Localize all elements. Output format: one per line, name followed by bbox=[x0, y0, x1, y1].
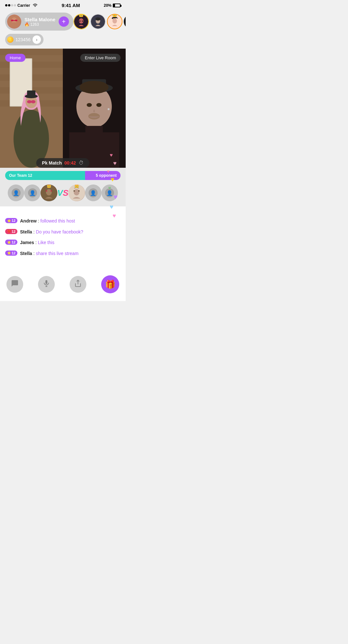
pk-timer: 00:42 bbox=[64, 160, 76, 166]
signal-dots bbox=[5, 4, 16, 6]
gift-button[interactable]: 🎁 bbox=[101, 275, 119, 293]
chat-button[interactable] bbox=[6, 276, 23, 293]
add-button[interactable]: + bbox=[59, 16, 69, 27]
player-leader-our[interactable]: 👑 bbox=[41, 185, 57, 201]
player-1[interactable]: 👤 bbox=[8, 185, 24, 201]
badge-num-4: 12 bbox=[12, 251, 15, 255]
chat-text-3: James : Like this bbox=[20, 240, 54, 246]
chat-badge-1: ⭐ 12 bbox=[5, 218, 17, 223]
pk-clock-icon: ⏱ bbox=[79, 160, 84, 166]
share-icon bbox=[74, 279, 82, 289]
chat-message-4: ⭐ 12 Stella : share this live stream bbox=[5, 251, 121, 257]
chat-link-4[interactable]: share this live stream bbox=[36, 251, 78, 256]
player-2-icon: 👤 bbox=[28, 188, 37, 197]
gift-icon: 🎁 bbox=[105, 279, 115, 289]
enter-live-room-button[interactable]: Enter Live Room bbox=[80, 54, 121, 62]
svg-rect-18 bbox=[0, 62, 63, 68]
mic-icon bbox=[43, 279, 50, 289]
battery-fill bbox=[113, 4, 115, 7]
time-display: 9:41 AM bbox=[62, 3, 80, 8]
share-button[interactable] bbox=[70, 276, 86, 293]
svg-rect-35 bbox=[82, 79, 106, 89]
signal-dot-2 bbox=[8, 4, 10, 6]
player-5[interactable]: 👤 bbox=[85, 185, 102, 201]
score-opponent-team: 5 opponent bbox=[85, 171, 121, 180]
wifi-icon bbox=[33, 3, 38, 8]
chat-section: ⭐ 12 Andrew : followed this host ❤️ 12 S… bbox=[0, 206, 126, 271]
badge-star-icon-3: ⭐ bbox=[7, 241, 11, 244]
pk-match-bar: Pk Match 00:42 ⏱ bbox=[36, 158, 89, 168]
svg-point-34 bbox=[75, 83, 113, 93]
avatar bbox=[7, 14, 21, 29]
svg-point-33 bbox=[76, 86, 112, 128]
viewer-avatar-3[interactable]: 👑 bbox=[107, 14, 122, 29]
flame-count: 1263 bbox=[30, 22, 39, 27]
chat-link-3[interactable]: Like this bbox=[38, 240, 54, 245]
close-viewers-button[interactable]: ✕ bbox=[124, 14, 126, 29]
svg-rect-16 bbox=[0, 49, 63, 168]
player-5-icon: 👤 bbox=[89, 188, 98, 197]
coin-row: 🌟 123456 › bbox=[0, 33, 126, 49]
svg-point-40 bbox=[108, 108, 110, 110]
svg-point-44 bbox=[46, 189, 52, 195]
status-bar: Carrier 9:41 AM 20% bbox=[0, 0, 126, 9]
status-left: Carrier bbox=[5, 3, 38, 8]
viewer-avatars: 👑 👑 bbox=[73, 14, 126, 29]
svg-rect-45 bbox=[46, 190, 47, 192]
viewer-avatar-2[interactable] bbox=[90, 14, 106, 29]
badge-num-1: 12 bbox=[12, 219, 15, 223]
svg-rect-51 bbox=[45, 280, 47, 284]
svg-point-5 bbox=[10, 22, 18, 27]
score-our-team: Our Team 12 bbox=[5, 171, 85, 180]
svg-rect-8 bbox=[79, 21, 81, 22]
player-leader-opponent[interactable]: 👑 bbox=[68, 185, 85, 201]
svg-rect-15 bbox=[112, 18, 113, 19]
chat-badge-2: ❤️ 12 bbox=[5, 229, 17, 234]
svg-rect-9 bbox=[82, 21, 83, 22]
crown-icon-3: 👑 bbox=[112, 14, 117, 17]
chat-user-3: James bbox=[20, 240, 34, 245]
svg-rect-49 bbox=[73, 190, 75, 192]
score-section: Our Team 12 5 opponent 👤 👤 👑 VS bbox=[0, 168, 126, 206]
player-1-icon: 👤 bbox=[12, 188, 21, 197]
svg-point-37 bbox=[87, 103, 92, 107]
chat-link-2[interactable]: Do you have facebook? bbox=[36, 229, 83, 234]
home-button[interactable]: Home bbox=[5, 54, 25, 62]
signal-dot-4 bbox=[14, 4, 16, 6]
svg-point-29 bbox=[27, 100, 32, 103]
coin-arrow-button[interactable]: › bbox=[33, 35, 41, 44]
video-right: Enter Live Room bbox=[63, 49, 126, 168]
svg-rect-19 bbox=[0, 74, 63, 81]
coin-icon: 🌟 bbox=[7, 36, 14, 43]
chat-message-2: ❤️ 12 Stella : Do you have facebook? bbox=[5, 229, 121, 235]
viewer-avatar-1[interactable]: 👑 bbox=[73, 14, 89, 29]
badge-num-3: 12 bbox=[12, 240, 15, 244]
chat-text-1: Andrew : followed this host bbox=[20, 218, 75, 224]
players-row: 👤 👤 👑 VS 👑 bbox=[5, 183, 121, 206]
svg-point-25 bbox=[23, 90, 39, 110]
profile-name: Stella Malone bbox=[24, 17, 55, 22]
microphone-button[interactable] bbox=[38, 276, 55, 293]
badge-star-icon-4: ⭐ bbox=[7, 251, 11, 255]
svg-rect-28 bbox=[27, 90, 35, 97]
flame-icon: 🔥 bbox=[24, 22, 29, 27]
carrier-label: Carrier bbox=[17, 3, 30, 8]
player-6[interactable]: 👤 bbox=[102, 185, 118, 201]
coin-badge[interactable]: 🌟 123456 › bbox=[5, 34, 44, 45]
svg-point-26 bbox=[25, 95, 37, 108]
chat-badge-3: ⭐ 12 bbox=[5, 240, 17, 245]
svg-rect-22 bbox=[10, 58, 32, 107]
chat-user-2: Stella bbox=[20, 229, 32, 234]
vs-indicator: VS bbox=[57, 188, 69, 198]
svg-rect-50 bbox=[78, 190, 80, 192]
chat-message-3: ⭐ 12 James : Like this bbox=[5, 240, 121, 246]
profile-flame: 🔥 1263 bbox=[24, 22, 55, 27]
chat-link-1[interactable]: followed this host bbox=[40, 218, 75, 223]
live-video-section: Home bbox=[0, 49, 126, 168]
player-2[interactable]: 👤 bbox=[24, 185, 41, 201]
video-left: Home bbox=[0, 49, 63, 168]
avatar-image bbox=[7, 14, 21, 29]
badge-num-2: 12 bbox=[12, 230, 15, 233]
profile-info: Stella Malone 🔥 1263 bbox=[24, 17, 55, 27]
bottom-toolbar: 🎁 bbox=[0, 271, 126, 301]
